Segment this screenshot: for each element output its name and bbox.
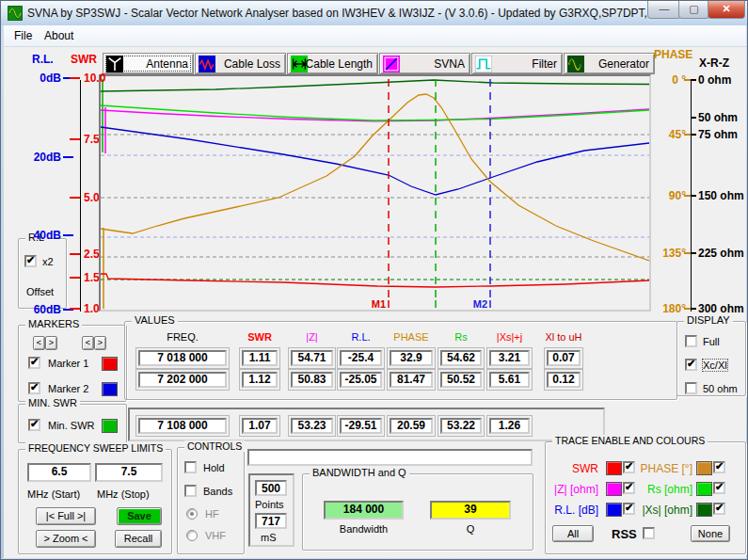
hf-radio[interactable] bbox=[186, 508, 198, 520]
min-swr-colour-swatch[interactable] bbox=[102, 419, 118, 433]
display-checkbox-xc-xl[interactable] bbox=[685, 359, 697, 371]
plot-canvas: M1M2 bbox=[101, 79, 649, 313]
value-min-freq[interactable]: 7 108 000 bbox=[135, 415, 230, 437]
bandwidth-groupbox: BANDWIDTH and Q 184 000 Bandwidth 39 Q bbox=[302, 473, 533, 551]
marker1-next-button[interactable]: > bbox=[45, 336, 57, 350]
stop-frequency-field[interactable]: 7.5 bbox=[95, 463, 163, 482]
all-traces-button[interactable]: All bbox=[552, 525, 594, 542]
trace-enable-checkbox[interactable] bbox=[713, 461, 725, 473]
tab-generator[interactable]: Generator bbox=[564, 53, 655, 74]
marker2-colour-swatch[interactable] bbox=[102, 382, 118, 396]
no-traces-button[interactable]: None bbox=[691, 525, 730, 542]
window-title: SVNA by SP3SWJ - Scalar Vector Network A… bbox=[27, 7, 664, 20]
marker1-label[interactable]: Marker 1 bbox=[48, 358, 88, 369]
marker1-prev-button[interactable]: < bbox=[33, 336, 45, 350]
vhf-label[interactable]: VHF bbox=[205, 530, 226, 541]
value-min-rl[interactable]: -29.51 bbox=[337, 415, 385, 437]
tab-antenna[interactable]: Antenna bbox=[103, 53, 194, 74]
value-m1-phase[interactable]: 32.9 bbox=[387, 347, 436, 369]
rl-axis-tick: 60dB bbox=[20, 303, 61, 316]
trace-colour-swatch[interactable] bbox=[696, 482, 712, 496]
start-frequency-field[interactable]: 6.5 bbox=[27, 463, 91, 482]
scan-status-field[interactable] bbox=[247, 449, 533, 466]
value-m2-swr[interactable]: 1.12 bbox=[239, 369, 280, 391]
title-bar[interactable]: SVNA by SP3SWJ - Scalar Vector Network A… bbox=[1, 1, 748, 26]
hold-checkbox[interactable] bbox=[184, 461, 197, 473]
display-label-1[interactable]: Xc/Xl bbox=[703, 360, 727, 371]
value-m1-rs[interactable]: 54.62 bbox=[438, 347, 485, 369]
value-m1-xl[interactable]: 0.07 bbox=[544, 347, 583, 369]
app-icon bbox=[8, 6, 23, 21]
cable-loss-icon bbox=[199, 56, 215, 72]
bands-label[interactable]: Bands bbox=[203, 486, 232, 497]
marker1-colour-swatch[interactable] bbox=[102, 357, 118, 371]
display-label-0[interactable]: Full bbox=[703, 336, 720, 347]
min-swr-label[interactable]: Min. SWR bbox=[48, 420, 95, 431]
marker2-label[interactable]: Marker 2 bbox=[48, 383, 88, 394]
display-label-2[interactable]: 50 ohm bbox=[703, 383, 738, 394]
rl-x2-checkbox[interactable] bbox=[24, 255, 37, 267]
marker1-checkbox[interactable] bbox=[28, 357, 40, 369]
marker2-prev-button[interactable]: < bbox=[82, 336, 94, 350]
value-m1-rl[interactable]: -25.4 bbox=[337, 347, 385, 369]
trace-enable-checkbox[interactable] bbox=[713, 482, 725, 494]
value-m2-freq[interactable]: 7 202 000 bbox=[135, 369, 230, 391]
close-button[interactable] bbox=[708, 1, 745, 19]
trace-colour-swatch[interactable] bbox=[606, 461, 622, 475]
value-m2-phase[interactable]: 81.47 bbox=[387, 369, 436, 391]
menu-about[interactable]: About bbox=[40, 29, 77, 42]
rss-label[interactable]: RSS bbox=[612, 527, 637, 541]
sweep-plot[interactable]: M1M2 bbox=[99, 74, 651, 312]
value-m1-z[interactable]: 54.71 bbox=[288, 347, 336, 369]
trace-colour-swatch[interactable] bbox=[696, 503, 712, 517]
value-m1-freq[interactable]: 7 018 000 bbox=[135, 347, 230, 369]
rl-axis-tickmark bbox=[63, 156, 73, 158]
hold-label[interactable]: Hold bbox=[203, 462, 225, 473]
tab-filter[interactable]: Filter bbox=[471, 53, 563, 74]
value-m2-rl[interactable]: -25.05 bbox=[337, 369, 385, 391]
trace-enable-checkbox[interactable] bbox=[623, 503, 635, 515]
hf-label[interactable]: HF bbox=[205, 508, 219, 520]
marker2-checkbox[interactable] bbox=[28, 382, 40, 394]
minimize-button[interactable] bbox=[647, 1, 681, 19]
value-min-z[interactable]: 53.23 bbox=[288, 415, 336, 437]
display-checkbox-full[interactable] bbox=[685, 335, 697, 347]
tab-cable-length[interactable]: Cable Length bbox=[287, 53, 378, 74]
zoom-sweep-button[interactable]: > Zoom < bbox=[36, 530, 96, 548]
value-min-rs[interactable]: 53.22 bbox=[438, 415, 485, 437]
trace-enable-checkbox[interactable] bbox=[623, 461, 635, 473]
trace-colour-swatch[interactable] bbox=[606, 482, 622, 496]
trace-enable-checkbox[interactable] bbox=[713, 503, 725, 515]
full-sweep-button[interactable]: |< Full >| bbox=[36, 507, 96, 525]
value-m2-rs[interactable]: 50.52 bbox=[438, 369, 485, 391]
rss-checkbox[interactable] bbox=[643, 527, 655, 539]
value-m1-xs[interactable]: 3.21 bbox=[486, 347, 533, 369]
bands-checkbox[interactable] bbox=[184, 485, 197, 497]
vhf-radio[interactable] bbox=[186, 530, 198, 541]
display-checkbox-50-ohm[interactable] bbox=[685, 382, 697, 394]
tab-svna[interactable]: SVNA bbox=[379, 53, 470, 74]
tab-cable-loss[interactable]: Cable Loss bbox=[195, 53, 286, 74]
rl-x2-label[interactable]: x2 bbox=[42, 256, 54, 267]
value-m2-xl[interactable]: 0.12 bbox=[544, 369, 583, 391]
trace-enable-checkbox[interactable] bbox=[623, 482, 635, 494]
rl-offset-button[interactable]: Offset bbox=[26, 286, 54, 297]
recall-button[interactable]: Recall bbox=[115, 530, 162, 548]
trace-colour-swatch[interactable] bbox=[696, 461, 712, 475]
value-min-swr[interactable]: 1.07 bbox=[239, 415, 280, 437]
min-swr-checkbox[interactable] bbox=[28, 419, 40, 431]
sweep-time-field[interactable]: 717 bbox=[255, 513, 287, 529]
marker2-next-button[interactable]: > bbox=[94, 336, 106, 350]
trace-colour-swatch[interactable] bbox=[606, 503, 622, 517]
rl-axis-tickmark bbox=[63, 234, 73, 236]
points-field[interactable]: 500 bbox=[255, 480, 287, 496]
save-button[interactable]: Save bbox=[117, 507, 162, 525]
value-m1-swr[interactable]: 1.11 bbox=[239, 347, 280, 369]
value-min-phase[interactable]: 20.59 bbox=[387, 415, 436, 437]
menu-file[interactable]: File bbox=[10, 29, 36, 42]
value-m2-z[interactable]: 50.83 bbox=[288, 369, 336, 391]
xrz-axis-tick: 75 ohm bbox=[698, 128, 738, 141]
value-m2-xs[interactable]: 5.61 bbox=[486, 369, 533, 391]
value-min-xs[interactable]: 1.26 bbox=[486, 415, 533, 437]
maximize-button[interactable] bbox=[678, 1, 709, 19]
